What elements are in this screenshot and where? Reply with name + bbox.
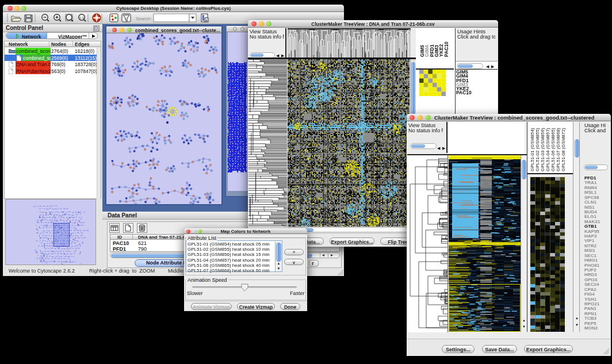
svg-text:Search:: Search:: [136, 16, 152, 21]
svg-text:1:1: 1:1: [79, 16, 85, 20]
